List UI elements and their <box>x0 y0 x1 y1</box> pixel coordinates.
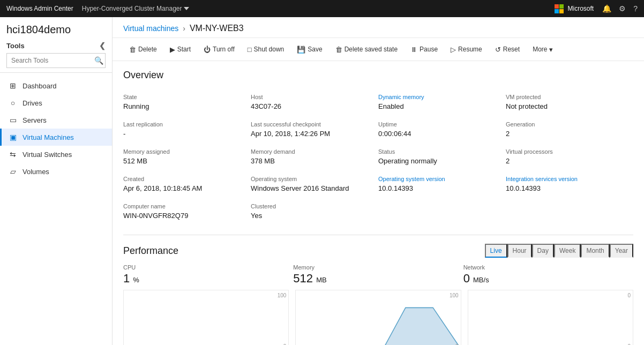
reset-icon: ↺ <box>495 46 501 54</box>
overview-status: Status Operating normally <box>378 144 506 171</box>
tab-hour[interactable]: Hour <box>507 244 532 258</box>
sidebar-tools-section: Tools ❮ <box>6 41 106 50</box>
volumes-icon: ▱ <box>9 167 17 176</box>
sidebar: hci1804demo Tools ❮ 🔍 ⊞ Dashboard ○ Driv… <box>0 17 113 345</box>
virtual-processors-label: Virtual processors <box>506 148 627 155</box>
memory-unit: MB <box>316 276 327 284</box>
search-input[interactable] <box>6 53 106 68</box>
breadcrumb-current: VM-NY-WEB3 <box>190 24 244 33</box>
cpu-unit: % <box>133 276 139 284</box>
tab-month[interactable]: Month <box>581 244 609 258</box>
charts-area: 100 0 60 Seconds ago Now 100 0 <box>123 290 633 345</box>
sidebar-item-drives[interactable]: ○ Drives <box>0 94 112 111</box>
save-button[interactable]: 💾 Save <box>291 41 328 57</box>
start-button[interactable]: ▶ Start <box>164 41 197 57</box>
cpu-chart: 100 0 60 Seconds ago Now <box>123 290 289 345</box>
generation-label: Generation <box>506 121 627 128</box>
servers-icon: ▭ <box>9 116 17 124</box>
overview-computer-name: Computer name WIN-0NVGFR82Q79 <box>123 199 251 226</box>
svg-marker-0 <box>296 308 460 345</box>
sidebar-item-label: Virtual Machines <box>23 133 74 141</box>
state-value: Running <box>123 102 244 110</box>
created-label: Created <box>123 176 244 182</box>
resume-button[interactable]: ▷ Resume <box>445 41 488 57</box>
tab-year[interactable]: Year <box>610 244 633 258</box>
state-label: State <box>123 94 244 100</box>
last-checkpoint-label: Last successful checkpoint <box>251 121 372 128</box>
network-unit: MB/s <box>473 276 489 284</box>
reset-label: Reset <box>503 46 520 53</box>
network-chart-svg <box>468 290 633 345</box>
search-icon-button[interactable]: 🔍 <box>94 56 103 65</box>
memory-value: 512 MB <box>293 272 456 286</box>
tab-live[interactable]: Live <box>485 244 507 258</box>
reset-button[interactable]: ↺ Reset <box>489 41 526 57</box>
tab-week[interactable]: Week <box>554 244 581 258</box>
uptime-label: Uptime <box>378 121 499 128</box>
memory-metric: Memory 512 MB <box>293 264 463 286</box>
sidebar-item-virtual-machines[interactable]: ▣ Virtual Machines <box>0 129 112 146</box>
delete-button[interactable]: 🗑 Delete <box>123 41 163 57</box>
notification-icon[interactable]: 🔔 <box>602 4 611 13</box>
overview-last-replication: Last replication - <box>123 117 251 144</box>
dynamic-memory-label[interactable]: Dynamic memory <box>378 94 499 100</box>
network-value: 0 MB/s <box>463 272 627 286</box>
memory-label: Memory <box>293 264 456 271</box>
status-label: Status <box>378 148 499 155</box>
save-icon: 💾 <box>297 46 305 54</box>
cpu-chart-y-max: 100 <box>278 292 287 298</box>
os-version-label[interactable]: Operating system version <box>378 176 499 182</box>
sidebar-item-virtual-switches[interactable]: ⇆ Virtual Switches <box>0 146 112 163</box>
turn-off-icon: ⏻ <box>204 46 211 54</box>
resume-label: Resume <box>458 46 482 53</box>
tab-day[interactable]: Day <box>532 244 554 258</box>
more-button[interactable]: More ▾ <box>527 41 559 57</box>
breadcrumb: Virtual machines › VM-NY-WEB3 <box>113 17 644 38</box>
drives-icon: ○ <box>9 99 17 107</box>
settings-icon[interactable]: ⚙ <box>619 4 626 13</box>
performance-title: Performance <box>123 245 178 257</box>
overview-generation: Generation 2 <box>506 117 633 144</box>
overview-last-checkpoint: Last successful checkpoint Apr 10, 2018,… <box>251 117 378 144</box>
overview-os-version: Operating system version 10.0.14393 <box>378 171 506 199</box>
turn-off-button[interactable]: ⏻ Turn off <box>198 41 241 57</box>
clustered-value: Yes <box>251 212 372 220</box>
shut-down-button[interactable]: □ Shut down <box>242 41 290 57</box>
integration-version-label[interactable]: Integration services version <box>506 176 627 182</box>
cluster-selector[interactable]: Hyper-Converged Cluster Manager <box>82 5 190 12</box>
content-area: Virtual machines › VM-NY-WEB3 🗑 Delete ▶… <box>113 17 644 345</box>
os-version-value: 10.0.14393 <box>378 184 499 192</box>
start-label: Start <box>177 46 191 53</box>
created-value: Apr 6, 2018, 10:18:45 AM <box>123 184 244 192</box>
computer-name-value: WIN-0NVGFR82Q79 <box>123 212 244 220</box>
overview-memory-demand: Memory demand 378 MB <box>251 144 378 171</box>
virtual-processors-value: 2 <box>506 157 627 165</box>
memory-chart-svg <box>296 290 460 345</box>
overview-os: Operating system Windows Server 2016 Sta… <box>251 171 378 199</box>
sidebar-item-servers[interactable]: ▭ Servers <box>0 111 112 129</box>
sidebar-item-dashboard[interactable]: ⊞ Dashboard <box>0 77 112 94</box>
sidebar-collapse-button[interactable]: ❮ <box>99 41 106 50</box>
memory-demand-value: 378 MB <box>251 157 372 165</box>
pause-button[interactable]: ⏸ Pause <box>405 41 444 57</box>
overview-uptime: Uptime 0:00:06:44 <box>378 117 506 144</box>
shut-down-label: Shut down <box>254 46 284 53</box>
os-label: Operating system <box>251 176 372 182</box>
start-icon: ▶ <box>170 46 175 54</box>
toolbar: 🗑 Delete ▶ Start ⏻ Turn off □ Shut down … <box>113 38 644 61</box>
microsoft-logo: Microsoft <box>555 4 594 13</box>
tools-label: Tools <box>6 42 25 50</box>
brand-label: Windows Admin Center <box>6 5 73 12</box>
delete-saved-state-button[interactable]: 🗑 Delete saved state <box>330 41 403 57</box>
sidebar-item-volumes[interactable]: ▱ Volumes <box>0 163 112 180</box>
sidebar-item-label: Dashboard <box>23 82 57 90</box>
memory-assigned-value: 512 MB <box>123 157 244 165</box>
overview-state: State Running <box>123 89 251 117</box>
breadcrumb-parent[interactable]: Virtual machines <box>123 24 178 33</box>
turn-off-label: Turn off <box>213 46 235 53</box>
more-label: More <box>533 46 547 53</box>
help-icon[interactable]: ? <box>633 4 638 13</box>
breadcrumb-separator: › <box>183 24 185 33</box>
integration-version-value: 10.0.14393 <box>506 184 627 192</box>
chevron-down-icon <box>184 6 189 11</box>
